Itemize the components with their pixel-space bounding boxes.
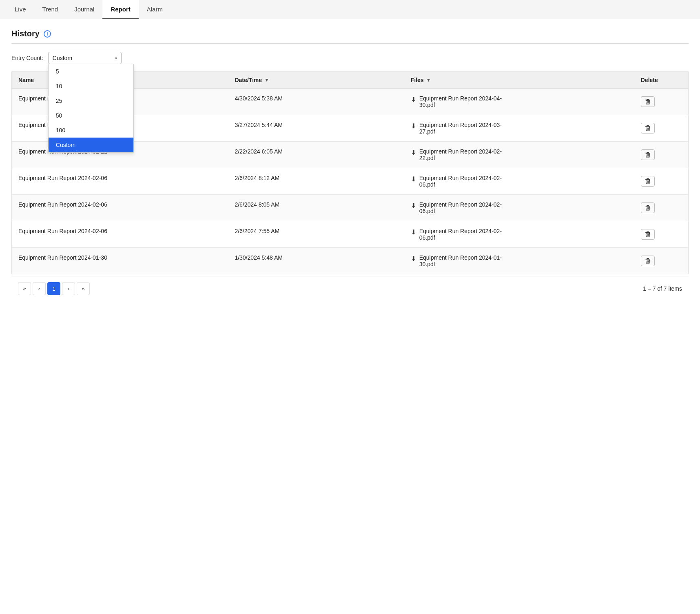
datetime-filter-icon[interactable]: ▼ (264, 77, 269, 83)
download-icon[interactable]: ⬇ (411, 228, 416, 236)
dropdown-option-100[interactable]: 100 (49, 123, 133, 138)
dropdown-option-50[interactable]: 50 (49, 108, 133, 123)
cell-files: ⬇Equipment Run Report 2024-03-27.pdf (404, 115, 634, 142)
svg-rect-30 (647, 258, 649, 259)
file-entry: ⬇Equipment Run Report 2024-02-06.pdf (411, 228, 628, 241)
svg-rect-15 (647, 178, 649, 179)
download-icon[interactable]: ⬇ (411, 175, 416, 183)
cell-name: Equipment Run Report 2024-01-30 (12, 248, 228, 274)
download-icon[interactable]: ⬇ (411, 202, 416, 209)
delete-button[interactable] (641, 149, 655, 160)
cell-files: ⬇Equipment Run Report 2024-02-06.pdf (404, 221, 634, 248)
pagination-prev-button[interactable]: ‹ (33, 282, 46, 295)
table-row: Equipment Run Report 2024-01-301/30/2024… (12, 248, 689, 274)
delete-button[interactable] (641, 229, 655, 240)
tab-bar: Live Trend Journal Report Alarm (0, 0, 700, 19)
cell-delete (634, 142, 689, 168)
table-row: Equipment Run Report 2024-02-062/6/2024 … (12, 221, 689, 248)
file-name: Equipment Run Report 2024-01-30.pdf (419, 254, 502, 267)
cell-name: Equipment Run Report 2024-02-06 (12, 221, 228, 248)
tab-live[interactable]: Live (7, 0, 34, 19)
dropdown-option-10[interactable]: 10 (49, 79, 133, 93)
cell-delete (634, 221, 689, 248)
cell-delete (634, 89, 689, 115)
cell-datetime: 2/6/2024 8:12 AM (228, 168, 404, 195)
cell-datetime: 2/22/2024 6:05 AM (228, 142, 404, 168)
file-name: Equipment Run Report 2024-03-27.pdf (419, 122, 502, 135)
file-entry: ⬇Equipment Run Report 2024-02-22.pdf (411, 148, 628, 161)
cell-files: ⬇Equipment Run Report 2024-02-06.pdf (404, 195, 634, 221)
file-entry: ⬇Equipment Run Report 2024-03-27.pdf (411, 122, 628, 135)
download-icon[interactable]: ⬇ (411, 96, 416, 103)
pagination-page-1-button[interactable]: 1 (47, 282, 60, 295)
entry-count-label: Entry Count: (11, 55, 43, 61)
pagination-first-button[interactable]: « (18, 282, 31, 295)
svg-rect-16 (645, 179, 650, 180)
tab-alarm[interactable]: Alarm (139, 0, 171, 19)
svg-rect-11 (645, 153, 650, 154)
file-name: Equipment Run Report 2024-02-22.pdf (419, 148, 502, 161)
file-name: Equipment Run Report 2024-04-30.pdf (419, 95, 502, 108)
download-icon[interactable]: ⬇ (411, 122, 416, 130)
page-content: History i Entry Count: Custom ▾ 5 10 25 … (0, 19, 700, 311)
tab-report[interactable]: Report (102, 0, 138, 19)
page-header: History i (11, 29, 689, 38)
cell-datetime: 4/30/2024 5:38 AM (228, 89, 404, 115)
dropdown-option-25[interactable]: 25 (49, 93, 133, 108)
svg-rect-20 (647, 205, 649, 206)
files-filter-icon[interactable]: ▼ (426, 77, 431, 83)
delete-button[interactable] (641, 256, 655, 266)
svg-rect-5 (647, 125, 649, 126)
th-delete: Delete (634, 72, 689, 89)
entry-count-select[interactable]: Custom ▾ (48, 52, 122, 64)
tab-journal[interactable]: Journal (66, 0, 102, 19)
section-divider (11, 43, 689, 44)
entry-count-selected-value: Custom (53, 55, 72, 61)
cell-datetime: 2/6/2024 7:55 AM (228, 221, 404, 248)
file-entry: ⬇Equipment Run Report 2024-04-30.pdf (411, 95, 628, 108)
download-icon[interactable]: ⬇ (411, 149, 416, 156)
tab-trend[interactable]: Trend (34, 0, 66, 19)
svg-rect-10 (647, 152, 649, 153)
cell-name: Equipment Run Report 2024-02-06 (12, 195, 228, 221)
cell-files: ⬇Equipment Run Report 2024-02-06.pdf (404, 168, 634, 195)
cell-name: Equipment Run Report 2024-02-06 (12, 168, 228, 195)
pagination-next-button[interactable]: › (62, 282, 75, 295)
file-name: Equipment Run Report 2024-02-06.pdf (419, 201, 502, 214)
svg-rect-21 (645, 206, 650, 207)
entry-count-dropdown-wrapper: Custom ▾ 5 10 25 50 100 Custom (48, 52, 122, 64)
info-icon[interactable]: i (44, 30, 51, 38)
file-entry: ⬇Equipment Run Report 2024-02-06.pdf (411, 201, 628, 214)
chevron-down-icon: ▾ (115, 56, 117, 60)
cell-datetime: 2/6/2024 8:05 AM (228, 195, 404, 221)
delete-button[interactable] (641, 96, 655, 107)
svg-rect-6 (645, 126, 650, 127)
cell-files: ⬇Equipment Run Report 2024-01-30.pdf (404, 248, 634, 274)
pagination: « ‹ 1 › » 1 – 7 of 7 items (11, 276, 689, 301)
cell-datetime: 3/27/2024 5:44 AM (228, 115, 404, 142)
table-row: Equipment Run Report 2024-02-062/6/2024 … (12, 195, 689, 221)
cell-files: ⬇Equipment Run Report 2024-02-22.pdf (404, 142, 634, 168)
file-entry: ⬇Equipment Run Report 2024-02-06.pdf (411, 175, 628, 188)
cell-datetime: 1/30/2024 5:48 AM (228, 248, 404, 274)
download-icon[interactable]: ⬇ (411, 255, 416, 263)
svg-rect-25 (647, 231, 649, 232)
file-name: Equipment Run Report 2024-02-06.pdf (419, 175, 502, 188)
svg-rect-31 (645, 259, 650, 260)
entry-count-dropdown-menu: 5 10 25 50 100 Custom (48, 64, 134, 153)
dropdown-option-5[interactable]: 5 (49, 64, 133, 79)
th-files: Files ▼ (404, 72, 634, 89)
pagination-controls: « ‹ 1 › » (18, 282, 90, 295)
th-datetime: Date/Time ▼ (228, 72, 404, 89)
pagination-last-button[interactable]: » (77, 282, 90, 295)
cell-delete (634, 248, 689, 274)
svg-rect-0 (647, 99, 649, 100)
delete-button[interactable] (641, 202, 655, 213)
svg-rect-26 (645, 232, 650, 233)
cell-delete (634, 168, 689, 195)
cell-delete (634, 195, 689, 221)
delete-button[interactable] (641, 123, 655, 133)
delete-button[interactable] (641, 176, 655, 187)
dropdown-option-custom[interactable]: Custom (49, 138, 133, 152)
pagination-info: 1 – 7 of 7 items (643, 285, 682, 292)
